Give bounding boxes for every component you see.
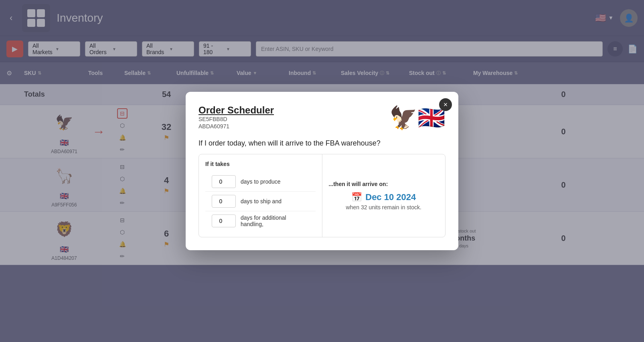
modal-question: If I order today, when will it arrive to… xyxy=(198,139,446,148)
modal-right-panel: ...then it will arrive on: 📅 Dec 10 2024… xyxy=(322,154,446,237)
modal-header: Order Scheduler SE5FBB8D ABDA60971 🦅🇬🇧 xyxy=(198,105,446,131)
modal-overlay: × Order Scheduler SE5FBB8D ABDA60971 🦅🇬🇧… xyxy=(0,0,644,342)
modal-close-button[interactable]: × xyxy=(439,98,452,111)
handling-days-label: days for additional handling, xyxy=(241,215,309,227)
modal-title-area: Order Scheduler SE5FBB8D ABDA60971 xyxy=(198,105,274,130)
calendar-icon: 📅 xyxy=(351,192,362,202)
modal-handling-row: days for additional handling, xyxy=(205,211,316,231)
ship-days-label: days to ship and xyxy=(241,198,281,204)
produce-days-label: days to produce xyxy=(241,178,281,185)
handling-days-input[interactable] xyxy=(212,215,236,227)
modal-col2-header: ...then it will arrive on: xyxy=(329,181,388,187)
ship-days-input[interactable] xyxy=(212,195,236,208)
modal-left-panel: If it takes days to produce days to ship… xyxy=(199,154,322,237)
modal-title: Order Scheduler xyxy=(198,105,274,116)
modal-sku2: ABDA60971 xyxy=(198,123,274,130)
modal-product-image: 🦅🇬🇧 xyxy=(389,105,446,131)
arrive-date-text: Dec 10 2024 xyxy=(365,192,416,202)
arrive-date: 📅 Dec 10 2024 xyxy=(351,192,416,202)
modal-produce-row: days to produce xyxy=(205,172,316,192)
order-scheduler-modal: × Order Scheduler SE5FBB8D ABDA60971 🦅🇬🇧… xyxy=(186,92,458,250)
modal-col1-header: If it takes xyxy=(205,161,316,167)
modal-sku1: SE5FBB8D xyxy=(198,116,274,122)
arrive-sub-text: when 32 units remain in stock. xyxy=(346,204,421,210)
modal-product-area: 🦅🇬🇧 xyxy=(389,105,446,131)
modal-content-table: If it takes days to produce days to ship… xyxy=(198,154,446,237)
produce-days-input[interactable] xyxy=(212,175,236,188)
modal-ship-row: days to ship and xyxy=(205,192,316,211)
